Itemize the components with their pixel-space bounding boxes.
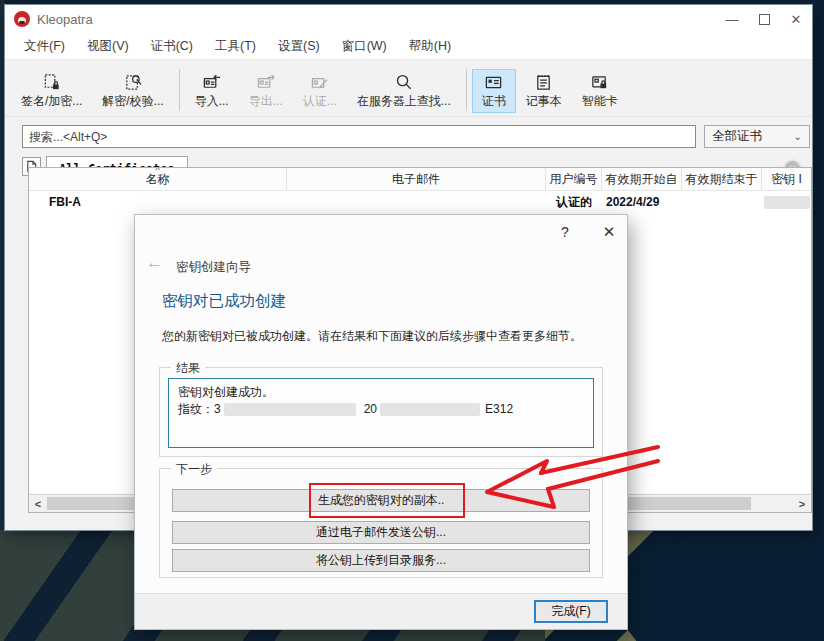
toolbar-smartcards[interactable]: 智能卡 (572, 69, 628, 113)
column-header-valid-from[interactable]: 有效期开始自 (602, 168, 682, 190)
dialog-button-bar: 完成(F) (135, 593, 627, 629)
search-server-icon (394, 73, 413, 92)
key-creation-wizard-dialog: ? ✕ ← 密钥创建向导 密钥对已成功创建 您的新密钥对已被成功创建。请在结果和… (135, 215, 627, 629)
back-arrow-icon[interactable]: ← (146, 254, 163, 271)
certificates-icon (484, 73, 503, 92)
menu-file[interactable]: 文件(F) (13, 38, 76, 55)
cell-user-id: 认证的 (546, 194, 602, 211)
window-title: Kleopatra (37, 12, 93, 27)
decrypt-verify-icon (124, 73, 143, 92)
redacted-fingerprint-part (380, 403, 480, 416)
menu-certificates[interactable]: 证书(C) (140, 38, 204, 55)
menu-settings[interactable]: 设置(S) (267, 38, 331, 55)
finish-button[interactable]: 完成(F) (534, 600, 608, 623)
result-group: 结果 密钥对创建成功。 指纹：3 20 E312 (159, 367, 603, 457)
notepad-icon (534, 73, 553, 92)
toolbar-notepad[interactable]: 记事本 (516, 69, 572, 113)
toolbar-sign-encrypt[interactable]: 签名/加密... (11, 69, 92, 113)
fingerprint-line: 指纹：3 20 E312 (178, 401, 584, 417)
toolbar-import[interactable]: 导入... (185, 69, 239, 113)
column-label: 密钥 I (771, 171, 802, 188)
chevron-down-icon: ⌄ (794, 131, 802, 142)
export-icon (256, 73, 275, 92)
toolbar-certify[interactable]: 认证... (293, 69, 347, 113)
certificate-filter-dropdown[interactable]: 全部证书 ⌄ (704, 125, 810, 148)
toolbar-decrypt-verify[interactable]: 解密/校验... (92, 69, 173, 113)
toolbar-label: 记事本 (526, 93, 562, 110)
menu-tools[interactable]: 工具(T) (204, 38, 267, 55)
window-controls: — ✕ (716, 5, 812, 33)
column-header-name[interactable]: ^ 名称 (29, 168, 287, 190)
import-icon (202, 73, 221, 92)
toolbar-label: 认证... (303, 93, 337, 110)
column-label: 有效期开始自 (606, 171, 678, 188)
menu-window[interactable]: 窗口(W) (331, 38, 398, 55)
fingerprint-mid: 20 (364, 401, 377, 417)
toolbar-export[interactable]: 导出... (239, 69, 293, 113)
toolbar-separator (179, 69, 180, 111)
column-header-email[interactable]: 电子邮件 (287, 168, 546, 190)
maximize-icon (759, 14, 770, 25)
fingerprint-suffix: E312 (485, 401, 513, 417)
toolbar-lookup-on-server[interactable]: 在服务器上查找... (347, 69, 461, 113)
menu-view[interactable]: 视图(V) (76, 38, 140, 55)
kleopatra-app-icon (14, 11, 30, 27)
page-description: 您的新密钥对已被成功创建。请在结果和下面建议的后续步骤中查看更多细节。 (162, 328, 582, 345)
minimize-button[interactable]: — (716, 5, 748, 33)
certify-icon (310, 73, 329, 92)
menu-bar: 文件(F) 视图(V) 证书(C) 工具(T) 设置(S) 窗口(W) 帮助(H… (5, 33, 812, 60)
filter-value: 全部证书 (712, 128, 762, 145)
cell-valid-from: 2022/4/29 (602, 195, 682, 209)
title-bar: Kleopatra — ✕ (5, 5, 812, 33)
toolbar-label: 导出... (249, 93, 283, 110)
menu-help[interactable]: 帮助(H) (398, 38, 462, 55)
toolbar-label: 导入... (195, 93, 229, 110)
table-row[interactable]: FBI-A 认证的 2022/4/29 (29, 191, 811, 213)
column-label: 电子邮件 (392, 171, 440, 188)
next-steps-legend: 下一步 (171, 461, 217, 478)
toolbar-separator (466, 69, 467, 111)
smartcard-icon (590, 73, 609, 92)
result-group-legend: 结果 (171, 360, 205, 377)
scroll-right-arrow[interactable]: > (793, 498, 811, 510)
column-header-user-id[interactable]: 用户编号 (546, 168, 602, 190)
toolbar-label: 智能卡 (582, 93, 618, 110)
close-button[interactable]: ✕ (780, 5, 812, 33)
sign-encrypt-icon (42, 73, 61, 92)
column-header-key-id[interactable]: 密钥 I (762, 168, 811, 190)
upload-key-to-directory-button[interactable]: 将公钥上传到目录服务... (172, 549, 590, 572)
table-header: ^ 名称 电子邮件 用户编号 有效期开始自 有效期结束于 密钥 I (29, 168, 811, 191)
toolbar-label: 证书 (482, 93, 506, 110)
wizard-title: 密钥创建向导 (176, 259, 251, 276)
column-header-valid-until[interactable]: 有效期结束于 (682, 168, 762, 190)
redacted-fingerprint-part (224, 403, 356, 416)
send-key-by-email-button[interactable]: 通过电子邮件发送公钥... (172, 521, 590, 544)
cell-key-id (762, 196, 811, 209)
toolbar: 签名/加密... 解密/校验... 导入... (5, 60, 812, 117)
cell-name: FBI-A (29, 195, 287, 209)
filter-bar: 全部证书 ⌄ (5, 117, 812, 155)
toolbar-label: 签名/加密... (21, 93, 82, 110)
toolbar-label: 在服务器上查找... (357, 93, 451, 110)
page-heading: 密钥对已成功创建 (162, 291, 286, 312)
annotation-highlight-rect (309, 483, 465, 518)
result-box: 密钥对创建成功。 指纹：3 20 E312 (168, 378, 594, 448)
scroll-left-arrow[interactable]: < (29, 498, 47, 510)
toolbar-certificates[interactable]: 证书 (472, 69, 516, 113)
redacted-key-id (764, 196, 810, 209)
dialog-close-button[interactable]: ✕ (598, 221, 620, 243)
desktop-edge-right (812, 0, 824, 530)
column-label: 有效期结束于 (686, 171, 758, 188)
search-input[interactable] (22, 125, 696, 148)
toolbar-label: 解密/校验... (102, 93, 163, 110)
fingerprint-prefix: 指纹：3 (178, 401, 221, 417)
result-line: 密钥对创建成功。 (178, 384, 584, 400)
maximize-button[interactable] (748, 5, 780, 33)
column-label: 用户编号 (550, 171, 598, 188)
sort-ascending-icon: ^ (155, 168, 159, 175)
dialog-help-button[interactable]: ? (554, 221, 576, 243)
